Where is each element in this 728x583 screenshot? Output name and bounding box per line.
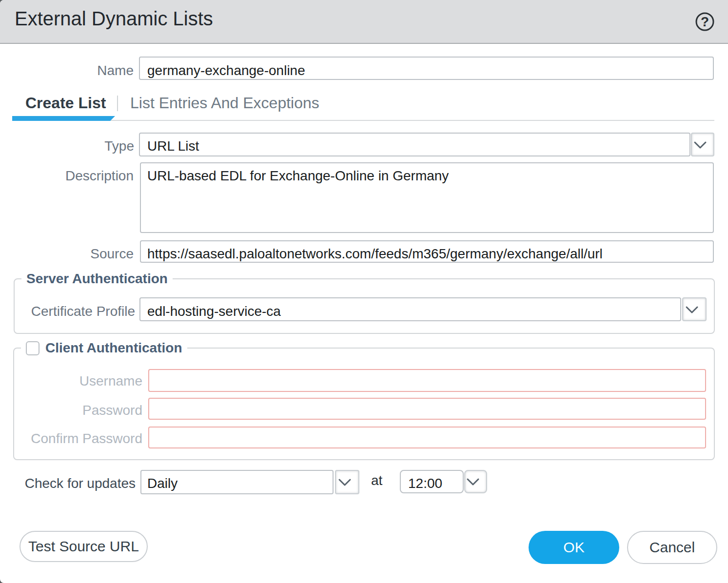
- svg-text:?: ?: [701, 14, 709, 29]
